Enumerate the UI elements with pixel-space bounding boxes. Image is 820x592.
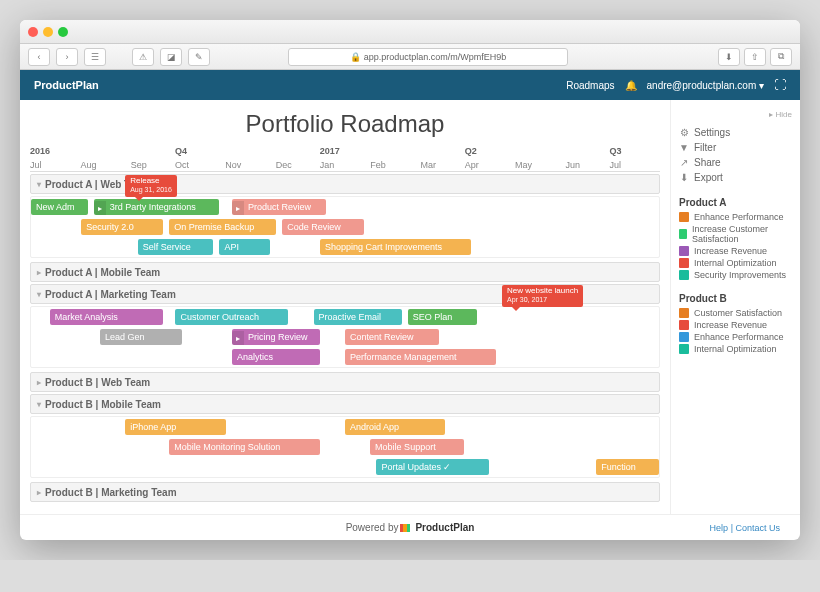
roadmap-bar[interactable]: Mobile Support [370, 439, 464, 455]
roadmap-bar[interactable]: Shopping Cart Improvements [320, 239, 471, 255]
share-icon: ↗ [679, 157, 689, 168]
roadmap-bar[interactable]: Analytics [232, 349, 320, 365]
url-bar[interactable]: 🔒app.productplan.com/m/WpmfEH9b [288, 48, 568, 66]
timeline-month: Jul [610, 160, 622, 170]
roadmap-bar[interactable]: Self Service [138, 239, 213, 255]
timeline-year: Q3 [610, 146, 622, 156]
legend-item[interactable]: Internal Optimization [679, 343, 792, 355]
timeline-header: 2016Q42017Q2Q3JulAugSepOctNovDecJanFebMa… [30, 146, 660, 172]
footer: Powered by ProductPlan Help | Contact Us [20, 514, 800, 540]
roadmap-bar[interactable]: 3rd Party Integrations▸ [94, 199, 220, 215]
arrow-icon: ▸ [94, 201, 106, 215]
section-header[interactable]: ▸Product A | Mobile Team [30, 262, 660, 282]
roadmap-content: Portfolio Roadmap 2016Q42017Q2Q3JulAugSe… [20, 100, 670, 514]
timeline-month: Sep [131, 160, 147, 170]
filter-icon: ▼ [679, 142, 689, 153]
swatch-icon [679, 258, 689, 268]
chevron-icon: ▸ [37, 268, 41, 277]
sidebar-tool-share[interactable]: ↗Share [679, 155, 792, 170]
section-header[interactable]: ▾Product B | Mobile Team [30, 394, 660, 414]
legend-title: Product B [679, 293, 792, 304]
bell-icon[interactable]: 🔔 [625, 80, 637, 91]
fullscreen-icon[interactable]: ⛶ [774, 78, 786, 92]
swatch-icon [679, 246, 689, 256]
back-button[interactable]: ‹ [28, 48, 50, 66]
help-link[interactable]: Help [710, 523, 729, 533]
export-icon: ⬇ [679, 172, 689, 183]
timeline-year: 2016 [30, 146, 50, 156]
pin-icon[interactable]: ✎ [188, 48, 210, 66]
roadmap-bar[interactable]: On Premise Backup [169, 219, 276, 235]
legend-item[interactable]: Enhance Performance [679, 211, 792, 223]
legend-item[interactable]: Enhance Performance [679, 331, 792, 343]
swatch-icon [679, 344, 689, 354]
timeline-year: 2017 [320, 146, 340, 156]
user-menu[interactable]: andre@productplan.com ▾ [647, 80, 764, 91]
roadmap-bar[interactable]: Security 2.0 [81, 219, 163, 235]
section-header[interactable]: ▸Product B | Web Team [30, 372, 660, 392]
share-button[interactable]: ⇧ [744, 48, 766, 66]
roadmap-bar[interactable]: Product Review▸ [232, 199, 326, 215]
chevron-icon: ▸ [37, 378, 41, 387]
roadmap-bar[interactable]: Portal Updates ✓ [376, 459, 489, 475]
section-header[interactable]: ▸Product B | Marketing Team [30, 482, 660, 502]
timeline-month: Mar [421, 160, 437, 170]
legend-item[interactable]: Customer Satisfaction [679, 307, 792, 319]
roadmap-bar[interactable]: Function [596, 459, 659, 475]
milestone[interactable]: ReleaseAug 31, 2016 [125, 175, 177, 197]
roadmap-bar[interactable]: Lead Gen [100, 329, 182, 345]
swatch-icon [679, 332, 689, 342]
arrow-icon: ▸ [232, 201, 244, 215]
roadmap-bar[interactable]: Customer Outreach [175, 309, 288, 325]
hide-sidebar[interactable]: ▸ Hide [679, 110, 792, 119]
roadmap-bar[interactable]: Pricing Review▸ [232, 329, 320, 345]
swatch-icon [679, 229, 687, 239]
legend-item[interactable]: Increase Customer Satisfaction [679, 223, 792, 245]
roadmap-bar[interactable]: Mobile Monitoring Solution [169, 439, 320, 455]
swatch-icon [679, 320, 689, 330]
close-button[interactable] [28, 27, 38, 37]
sidebar-tool-export[interactable]: ⬇Export [679, 170, 792, 185]
sidebar-tool-settings[interactable]: ⚙Settings [679, 125, 792, 140]
lanes: ReleaseAug 31, 2016New Adm3rd Party Inte… [30, 196, 660, 258]
ext-icon[interactable]: ◪ [160, 48, 182, 66]
legend-item[interactable]: Increase Revenue [679, 319, 792, 331]
legend-item[interactable]: Security Improvements [679, 269, 792, 281]
tabs-button[interactable]: ⧉ [770, 48, 792, 66]
lane-row: Portal Updates ✓Function [31, 457, 659, 477]
brand: ProductPlan [34, 79, 99, 91]
roadmap-bar[interactable]: Market Analysis [50, 309, 163, 325]
contact-link[interactable]: Contact Us [735, 523, 780, 533]
legend-item[interactable]: Increase Revenue [679, 245, 792, 257]
legend-item[interactable]: Internal Optimization [679, 257, 792, 269]
milestone[interactable]: New website launchApr 30, 2017 [502, 285, 583, 307]
lane-row: Lead GenPricing Review▸Content Review [31, 327, 659, 347]
roadmap-bar[interactable]: API [219, 239, 269, 255]
lane-row: Market AnalysisCustomer OutreachProactiv… [31, 307, 659, 327]
roadmap-bar[interactable]: Android App [345, 419, 445, 435]
roadmap-bar[interactable]: Proactive Email [314, 309, 402, 325]
roadmap-bar[interactable]: New Adm [31, 199, 88, 215]
timeline-month: Jan [320, 160, 335, 170]
lane-row: New Adm3rd Party Integrations▸Product Re… [31, 197, 659, 217]
warn-icon[interactable]: ⚠ [132, 48, 154, 66]
sidebar-toggle[interactable]: ☰ [84, 48, 106, 66]
lanes: New website launchApr 30, 2017Market Ana… [30, 306, 660, 368]
forward-button[interactable]: › [56, 48, 78, 66]
nav-roadmaps[interactable]: Roadmaps [566, 80, 614, 91]
timeline-month: Jun [566, 160, 581, 170]
chevron-icon: ▾ [37, 400, 41, 409]
roadmap-bar[interactable]: Performance Management [345, 349, 496, 365]
lane-row: Security 2.0On Premise BackupCode Review [31, 217, 659, 237]
download-button[interactable]: ⬇ [718, 48, 740, 66]
roadmap-bar[interactable]: Content Review [345, 329, 439, 345]
maximize-button[interactable] [58, 27, 68, 37]
timeline-month: Aug [80, 160, 96, 170]
roadmap-bar[interactable]: SEO Plan [408, 309, 477, 325]
settings-icon: ⚙ [679, 127, 689, 138]
sidebar-tool-filter[interactable]: ▼Filter [679, 140, 792, 155]
roadmap-bar[interactable]: Code Review [282, 219, 364, 235]
legend-title: Product A [679, 197, 792, 208]
roadmap-bar[interactable]: iPhone App [125, 419, 225, 435]
minimize-button[interactable] [43, 27, 53, 37]
